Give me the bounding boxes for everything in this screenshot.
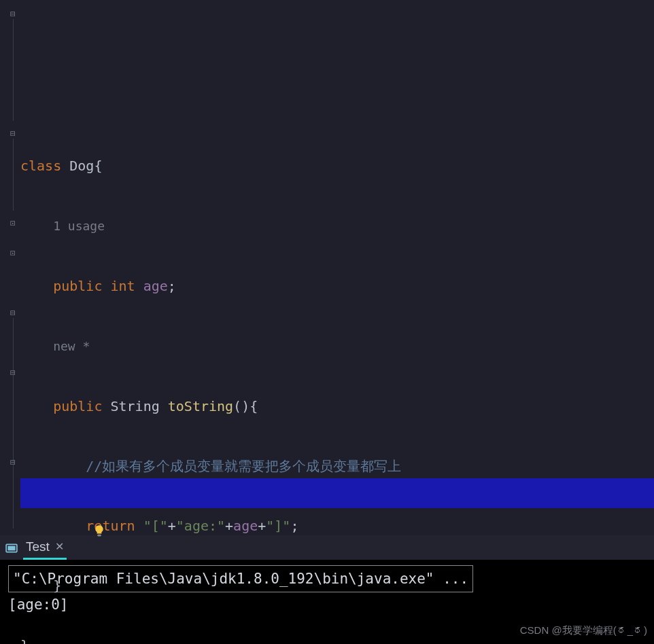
usage-hint[interactable]: 1 usage [20,211,654,241]
fold-icon[interactable]: ⊟ [8,10,18,19]
fold-icon[interactable]: ⊟ [8,368,18,378]
usage-hint[interactable]: new * [20,331,654,361]
fold-icon[interactable]: ⊟ [8,129,18,139]
fold-line [13,139,14,211]
fold-end-icon[interactable]: ⊡ [8,249,18,258]
fold-end-icon[interactable]: ⊡ [8,219,18,228]
code-line: } [20,630,654,644]
fold-line [13,19,14,121]
code-line: return "["+"age:"+age+"]"; [20,511,654,541]
gutter: ⊟ ⊟ ⊡ ⊡ ⊟ ⊟ ⊟ [0,0,20,535]
lightbulb-icon[interactable] [44,487,56,499]
fold-icon[interactable]: ⊟ [8,458,18,467]
code-line: } [20,571,654,601]
fold-line [13,318,14,529]
svg-rect-0 [97,535,101,537]
cursor-line-highlight [20,478,654,508]
code-line: //如果有多个成员变量就需要把多个成员变量都写上 [20,451,654,481]
code-line: public int age; [20,271,654,301]
code-line: class Dog{ [20,151,654,181]
fold-icon[interactable]: ⊟ [8,308,18,318]
code-area[interactable]: class Dog{ 1 usage public int age; new *… [20,0,654,535]
svg-rect-2 [7,546,15,551]
code-line: public String toString(){ [20,391,654,421]
code-editor[interactable]: ⊟ ⊟ ⊡ ⊡ ⊟ ⊟ ⊟ class Dog{ 1 usage public … [0,0,654,535]
run-icon [5,541,18,554]
